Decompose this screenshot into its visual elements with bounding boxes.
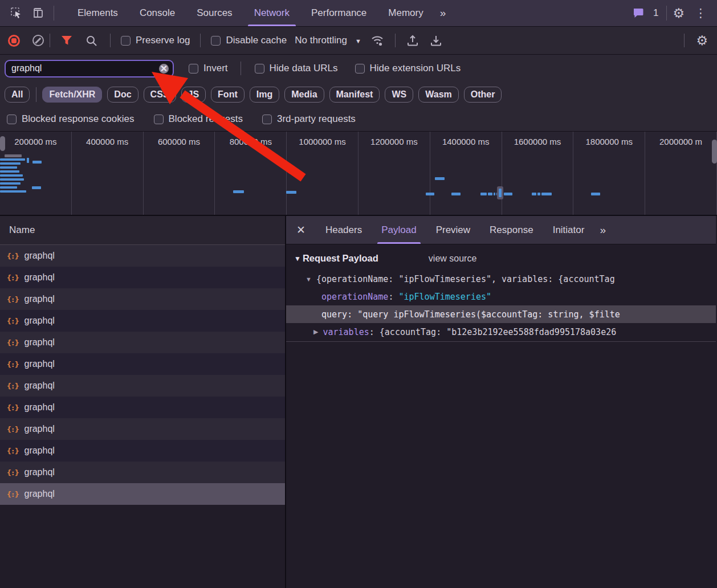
checkbox[interactable] — [7, 115, 17, 124]
table-row[interactable]: {:}graphql — [0, 462, 285, 483]
tab-network[interactable]: Network — [243, 0, 300, 26]
table-row[interactable]: {:}graphql — [0, 332, 285, 353]
preserve-log-checkbox[interactable]: Preserve log — [121, 35, 190, 46]
hide-extension-urls-checkbox[interactable]: Hide extension URLs — [355, 63, 461, 74]
tab-console[interactable]: Console — [129, 0, 186, 26]
expand-triangle-icon[interactable]: ▼ — [305, 276, 312, 283]
chip-other[interactable]: Other — [464, 87, 502, 103]
view-source-link[interactable]: view source — [429, 254, 476, 264]
chip-doc[interactable]: Doc — [107, 87, 138, 103]
table-row[interactable]: {:}graphql — [0, 353, 285, 375]
hide-data-urls-label: Hide data URLs — [270, 63, 338, 74]
chip-font[interactable]: Font — [211, 87, 245, 103]
tab-elements[interactable]: Elements — [67, 0, 129, 26]
request-name: graphql — [24, 251, 54, 261]
table-row[interactable]: {:}graphql — [0, 418, 285, 440]
divider — [285, 341, 716, 342]
waterfall-bar — [286, 191, 296, 194]
table-row[interactable]: {:}graphql — [0, 397, 285, 418]
divider — [110, 34, 111, 47]
clear-network-log-icon[interactable] — [32, 35, 44, 46]
request-name: graphql — [24, 272, 54, 283]
request-type-chips: AllFetch/XHRDocCSSJSFontImgMediaManifest… — [0, 82, 717, 107]
network-overview-timeline[interactable]: 200000 ms400000 ms600000 ms800000 ms1000… — [0, 132, 717, 216]
detail-tab-payload[interactable]: Payload — [372, 216, 426, 244]
checkbox[interactable] — [355, 64, 365, 74]
chip-manifest[interactable]: Manifest — [329, 87, 380, 103]
tab-memory[interactable]: Memory — [377, 0, 434, 26]
record-network-log-button[interactable] — [8, 35, 20, 47]
import-har-icon[interactable] — [406, 34, 419, 47]
invert-checkbox[interactable]: Invert — [189, 63, 228, 74]
chip-all[interactable]: All — [5, 87, 30, 103]
more-tabs-icon[interactable]: » — [434, 7, 451, 19]
expand-triangle-icon[interactable]: ▶ — [313, 328, 318, 336]
table-row[interactable]: {:}graphql — [0, 267, 285, 288]
inspect-element-icon[interactable] — [10, 6, 23, 20]
checkbox[interactable] — [189, 64, 198, 74]
search-icon[interactable] — [84, 34, 98, 47]
json-file-icon: {:} — [7, 447, 18, 455]
collapse-triangle-icon[interactable]: ▼ — [294, 255, 301, 263]
json-file-icon: {:} — [7, 252, 18, 260]
invert-label: Invert — [203, 63, 228, 74]
filter-input[interactable]: graphql ✕ — [5, 60, 174, 77]
table-row[interactable]: {:}graphql — [0, 310, 285, 332]
filter-row: graphql ✕ Invert Hide data URLs Hide ext… — [0, 55, 717, 82]
chip-fetch-xhr[interactable]: Fetch/XHR — [42, 87, 102, 103]
payload-query-line-selected[interactable]: query: "query ipFlowTimeseries($accountT… — [285, 305, 716, 323]
detail-tab-headers[interactable]: Headers — [316, 216, 372, 244]
checkbox[interactable] — [255, 64, 264, 74]
table-row[interactable]: {:}graphql — [0, 483, 285, 505]
detail-tab-response[interactable]: Response — [480, 216, 543, 244]
chip-media[interactable]: Media — [284, 87, 324, 103]
request-name: graphql — [24, 337, 54, 348]
filter-funnel-icon[interactable] — [60, 34, 74, 47]
table-row[interactable]: {:}graphql — [0, 440, 285, 462]
detail-tab-initiator[interactable]: Initiator — [543, 216, 594, 244]
table-row[interactable]: {:}graphql — [0, 288, 285, 310]
request-name: graphql — [24, 489, 54, 499]
throttling-select[interactable]: No throttling ▼ — [287, 35, 361, 46]
network-settings-gear-icon[interactable]: ⚙ — [696, 34, 708, 47]
export-har-icon[interactable] — [429, 34, 443, 47]
kebab-menu-icon[interactable]: ⋮ — [691, 6, 710, 20]
close-details-icon[interactable]: ✕ — [285, 223, 316, 236]
issues-message-icon[interactable] — [632, 6, 646, 20]
checkbox-label: Blocked requests — [169, 113, 243, 125]
3rd-party-requests-checkbox[interactable]: 3rd-party requests — [262, 113, 356, 125]
chip-ws[interactable]: WS — [385, 87, 413, 103]
clear-filter-icon[interactable]: ✕ — [159, 64, 169, 74]
tab-sources[interactable]: Sources — [186, 0, 243, 26]
checkbox[interactable] — [121, 36, 131, 46]
device-toolbar-icon[interactable] — [31, 6, 45, 20]
disable-cache-checkbox[interactable]: Disable cache — [211, 35, 287, 46]
waterfall-bar — [435, 177, 445, 180]
checkbox[interactable] — [154, 115, 164, 124]
chip-js[interactable]: JS — [181, 87, 206, 103]
table-row[interactable]: {:}graphql — [0, 375, 285, 397]
checkbox[interactable] — [262, 115, 272, 124]
payload-operation-name-line[interactable]: operationName: "ipFlowTimeseries" — [285, 288, 716, 305]
chip-wasm[interactable]: Wasm — [418, 87, 459, 103]
detail-tab-preview[interactable]: Preview — [426, 216, 480, 244]
hide-data-urls-checkbox[interactable]: Hide data URLs — [255, 63, 338, 74]
waterfall-bar — [499, 189, 502, 197]
network-conditions-icon[interactable] — [370, 34, 384, 47]
tab-performance[interactable]: Performance — [300, 0, 377, 26]
waterfall-bar — [0, 178, 24, 181]
chip-css[interactable]: CSS — [144, 87, 176, 103]
blocked-response-cookies-checkbox[interactable]: Blocked response cookies — [7, 113, 135, 125]
payload-variables-line[interactable]: ▶ variables: {accountTag: "b12e3b2192ee5… — [285, 323, 716, 341]
panel-splitter[interactable] — [285, 216, 286, 588]
details-more-tabs-icon[interactable]: » — [594, 224, 610, 236]
waterfall-bar — [0, 186, 17, 189]
name-column-header[interactable]: Name — [0, 216, 285, 245]
divider — [684, 34, 685, 47]
chip-img[interactable]: Img — [250, 87, 279, 103]
checkbox[interactable] — [211, 36, 221, 46]
settings-gear-icon[interactable]: ⚙ — [673, 7, 685, 20]
blocked-requests-checkbox[interactable]: Blocked requests — [154, 113, 243, 125]
table-row[interactable]: {:}graphql — [0, 245, 285, 267]
payload-summary-line[interactable]: ▼ {operationName: "ipFlowTimeseries", va… — [285, 270, 716, 288]
